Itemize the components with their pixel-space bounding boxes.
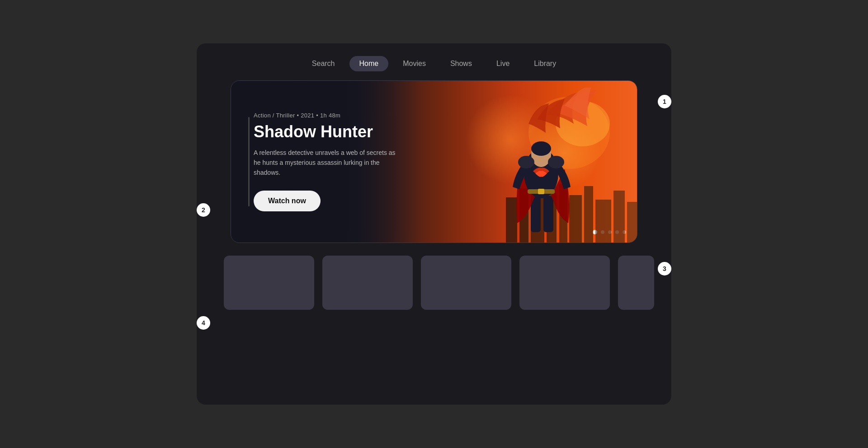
nav-home[interactable]: Home: [349, 56, 389, 71]
nav-search[interactable]: Search: [302, 56, 345, 71]
thumbnail-5-partial[interactable]: [618, 256, 654, 310]
nav-movies[interactable]: Movies: [393, 56, 436, 71]
svg-rect-3: [543, 196, 553, 232]
annotation-2: 2: [197, 203, 210, 217]
svg-rect-20: [627, 202, 637, 243]
svg-point-6: [531, 141, 551, 156]
annotation-1: 1: [658, 95, 671, 108]
nav-library[interactable]: Library: [524, 56, 566, 71]
hero-figure: [456, 88, 619, 237]
hero-description: A relentless detective unravels a web of…: [254, 148, 398, 178]
nav-shows[interactable]: Shows: [440, 56, 482, 71]
nav-live[interactable]: Live: [486, 56, 519, 71]
watch-now-button[interactable]: Watch now: [254, 191, 321, 211]
thumbnail-3[interactable]: [421, 256, 511, 310]
thumbnail-4[interactable]: [519, 256, 610, 310]
left-border: [248, 117, 250, 206]
annotation-4: 4: [197, 316, 210, 330]
svg-point-8: [548, 156, 564, 168]
annotation-3: 3: [658, 262, 671, 275]
navigation: Search Home Movies Shows Live Library: [197, 43, 671, 80]
hero-content: Action / Thriller • 2021 • 1h 48m Shadow…: [231, 81, 421, 243]
thumbnail-2[interactable]: [322, 256, 413, 310]
hero-title: Shadow Hunter: [254, 122, 403, 141]
svg-rect-10: [538, 189, 544, 194]
thumbnail-1[interactable]: [224, 256, 314, 310]
svg-point-7: [518, 156, 534, 168]
hero-meta: Action / Thriller • 2021 • 1h 48m: [254, 112, 403, 119]
app-container: Search Home Movies Shows Live Library: [197, 43, 671, 405]
hero-card: Action / Thriller • 2021 • 1h 48m Shadow…: [231, 80, 637, 243]
thumbnail-row: [197, 243, 671, 310]
